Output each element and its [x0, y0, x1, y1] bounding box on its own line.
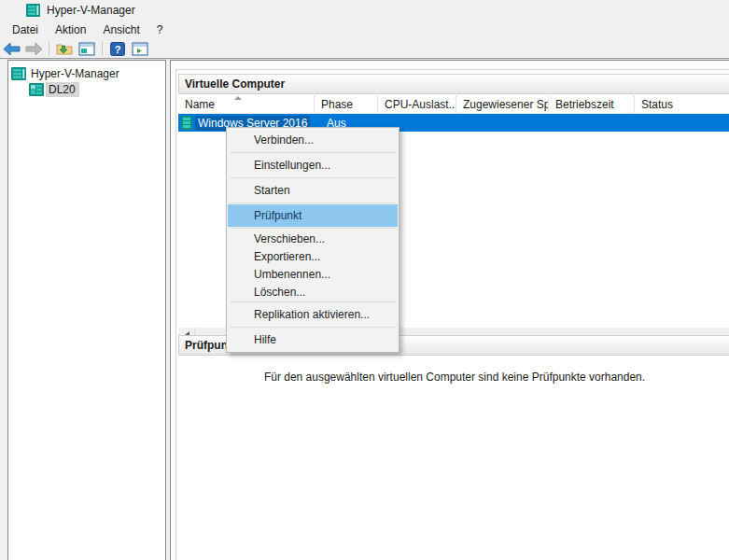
- context-menu-item-starten[interactable]: Starten: [228, 179, 398, 202]
- virtual-machines-header: Virtuelle Computer: [178, 74, 729, 94]
- menu-separator: [230, 301, 396, 302]
- tree-item-label: Hyper-V-Manager: [28, 66, 123, 81]
- context-menu-item-hilfe[interactable]: Hilfe: [228, 329, 398, 351]
- tree-item-hyperv-manager[interactable]: Hyper-V-Manager: [11, 65, 123, 81]
- forward-icon[interactable]: [23, 39, 44, 58]
- column-name[interactable]: Name: [178, 95, 315, 113]
- menu-separator: [230, 228, 396, 229]
- show-window-icon[interactable]: [130, 39, 150, 58]
- console-window-icon[interactable]: [77, 39, 97, 58]
- host-server-icon: [29, 83, 44, 96]
- vm-icon: [181, 116, 192, 130]
- context-menu-item-einstellungen[interactable]: Einstellungen...: [228, 154, 398, 176]
- menu-aktion[interactable]: Aktion: [47, 21, 94, 38]
- context-menu-item-exportieren[interactable]: Exportieren...: [228, 247, 398, 265]
- sort-ascending-icon: [234, 96, 242, 100]
- context-menu-item-pruefpunkt[interactable]: Prüfpunkt: [228, 204, 398, 227]
- menu-help[interactable]: ?: [148, 21, 172, 38]
- server-icon: [11, 67, 26, 80]
- column-uptime[interactable]: Betriebszeit: [549, 95, 635, 113]
- vm-context-menu: Verbinden... Einstellungen... Starten Pr…: [226, 127, 400, 353]
- menu-separator: [230, 152, 396, 153]
- menu-separator: [230, 327, 396, 328]
- context-menu-item-verbinden[interactable]: Verbinden...: [228, 129, 398, 151]
- toolbar-separator: [102, 41, 103, 56]
- menu-datei[interactable]: Datei: [4, 21, 47, 38]
- console-tree-pane: Hyper-V-Manager DL20: [7, 60, 166, 560]
- vm-table-header: Name Phase CPU-Auslast... Zugewiesener S…: [178, 95, 729, 114]
- menu-ansicht[interactable]: Ansicht: [94, 21, 147, 38]
- export-folder-icon[interactable]: [54, 39, 75, 58]
- window-title: Hyper-V-Manager: [47, 4, 135, 17]
- column-status[interactable]: Status: [635, 95, 729, 113]
- menu-separator: [230, 203, 396, 203]
- help-icon[interactable]: ?: [107, 39, 128, 58]
- menu-separator: [230, 177, 396, 178]
- svg-text:?: ?: [115, 43, 121, 54]
- column-phase[interactable]: Phase: [315, 95, 378, 113]
- context-menu-item-replikation-aktivieren[interactable]: Replikation aktivieren...: [228, 303, 398, 326]
- tree-item-dl20[interactable]: DL20: [29, 81, 79, 97]
- hyperv-app-icon: [26, 4, 40, 17]
- context-menu-item-umbenennen[interactable]: Umbenennen...: [228, 265, 398, 283]
- menu-bar: Datei Aktion Ansicht ?: [0, 21, 729, 38]
- toolbar: ?: [0, 38, 729, 59]
- title-bar: Hyper-V-Manager: [0, 0, 729, 21]
- column-cpu-usage[interactable]: CPU-Auslast...: [378, 95, 456, 113]
- tree-item-label: DL20: [46, 82, 79, 97]
- back-icon[interactable]: [1, 39, 21, 58]
- context-menu-item-loeschen[interactable]: Löschen...: [228, 283, 398, 301]
- column-assigned-memory[interactable]: Zugewiesener Spei...: [456, 95, 549, 113]
- context-menu-item-verschieben[interactable]: Verschieben...: [228, 230, 398, 247]
- virtual-machines-title: Virtuelle Computer: [185, 77, 285, 91]
- checkpoints-empty-message: Für den ausgewählten virtuellen Computer…: [178, 371, 729, 384]
- toolbar-separator: [49, 41, 49, 56]
